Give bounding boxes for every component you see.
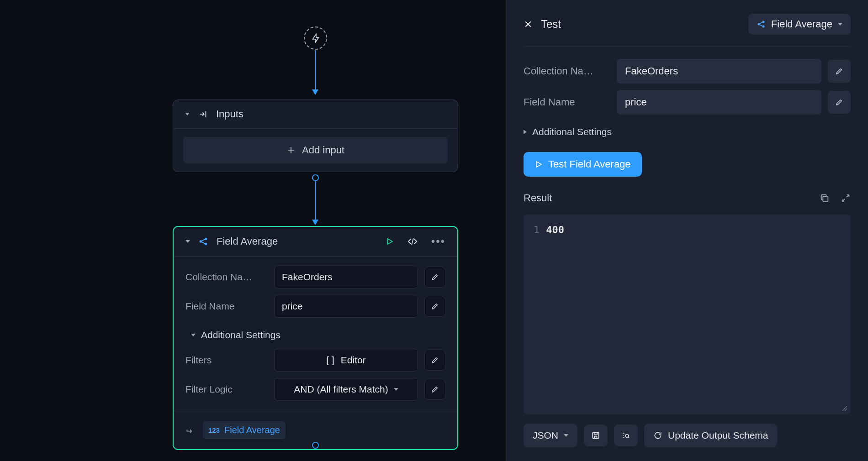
node-title: Inputs: [216, 108, 243, 120]
panel-title: Test: [541, 18, 561, 31]
connector: [315, 180, 316, 221]
play-icon: [535, 160, 543, 168]
code-button[interactable]: [408, 236, 418, 246]
field-name-label: Field Name: [185, 301, 268, 312]
test-button[interactable]: Test Field Average: [524, 152, 642, 177]
test-panel: Test Field Average Collection Na… FakeOr…: [506, 0, 868, 461]
svg-point-3: [757, 23, 760, 26]
pencil-icon: [431, 302, 439, 310]
search-code-button[interactable]: [614, 424, 638, 446]
plus-icon: [286, 146, 296, 155]
chevron-down-icon[interactable]: [185, 113, 190, 115]
share-nodes-icon: [757, 20, 766, 29]
edit-button[interactable]: [424, 350, 445, 371]
return-icon: [185, 426, 195, 435]
node-selector[interactable]: Field Average: [748, 14, 851, 35]
play-icon: [386, 237, 394, 246]
svg-point-8: [625, 435, 629, 438]
expand-button[interactable]: [841, 193, 851, 203]
expand-icon: [841, 193, 851, 203]
add-input-button[interactable]: Add input: [183, 137, 448, 163]
output-port[interactable]: [312, 442, 319, 449]
collection-name-input[interactable]: FakeOrders: [617, 59, 821, 84]
svg-point-5: [762, 26, 764, 28]
field-average-node[interactable]: Field Average ••• Collection Na… FakeOrd…: [173, 226, 458, 450]
field-name-input[interactable]: price: [617, 90, 821, 115]
collection-name-label: Collection Na…: [524, 65, 610, 77]
close-icon: [524, 20, 533, 29]
result-value: 400: [546, 224, 564, 236]
field-name-input[interactable]: price: [274, 295, 418, 318]
svg-rect-7: [593, 432, 598, 438]
chevron-down-icon: [191, 334, 196, 336]
collection-name-label: Collection Na…: [185, 272, 268, 283]
inputs-node[interactable]: Inputs Add input: [173, 100, 458, 172]
lightning-icon: [311, 33, 321, 43]
resize-handle-icon[interactable]: [842, 405, 848, 412]
chevron-down-icon[interactable]: [185, 240, 190, 243]
share-nodes-icon: [198, 236, 208, 246]
output-chip[interactable]: 123 Field Average: [203, 421, 286, 439]
number-type-icon: 123: [208, 426, 220, 434]
arrow-down-icon: [312, 220, 318, 225]
result-output[interactable]: 1 400: [524, 214, 851, 414]
pencil-icon: [835, 67, 843, 75]
filter-logic-label: Filter Logic: [185, 384, 268, 395]
pencil-icon: [431, 273, 439, 281]
node-title: Field Average: [217, 236, 278, 247]
chevron-down-icon: [838, 23, 842, 26]
input-icon: [198, 109, 208, 119]
svg-point-0: [200, 240, 202, 243]
code-icon: [408, 236, 418, 246]
additional-settings-toggle[interactable]: Additional Settings: [185, 324, 445, 349]
copy-icon: [820, 193, 830, 203]
svg-rect-6: [823, 196, 828, 201]
more-button[interactable]: •••: [431, 235, 445, 248]
svg-point-1: [205, 238, 207, 241]
close-button[interactable]: [524, 20, 533, 29]
edit-button[interactable]: [828, 60, 851, 83]
edit-button[interactable]: [828, 91, 851, 114]
chevron-down-icon: [394, 388, 398, 391]
copy-button[interactable]: [820, 193, 830, 203]
filters-editor-button[interactable]: [ ] Editor: [274, 349, 418, 372]
edit-button[interactable]: [424, 267, 445, 288]
run-button[interactable]: [386, 237, 394, 246]
edit-button[interactable]: [424, 379, 445, 400]
svg-point-4: [762, 21, 764, 23]
pencil-icon: [431, 356, 439, 364]
edit-button[interactable]: [424, 296, 445, 317]
update-schema-button[interactable]: Update Output Schema: [644, 424, 777, 447]
pencil-icon: [835, 98, 843, 106]
result-label: Result: [524, 192, 552, 204]
field-name-label: Field Name: [524, 96, 610, 108]
trigger-node[interactable]: [304, 26, 327, 50]
save-button[interactable]: [584, 424, 608, 446]
chevron-right-icon: [524, 130, 527, 134]
workflow-canvas[interactable]: Inputs Add input Field Average: [0, 0, 506, 461]
additional-settings-toggle[interactable]: Additional Settings: [524, 121, 851, 146]
arrow-down-icon: [312, 89, 318, 95]
filter-logic-select[interactable]: AND (All filters Match): [274, 378, 418, 401]
filters-label: Filters: [185, 355, 268, 366]
inspect-icon: [621, 431, 630, 440]
node-header[interactable]: Field Average •••: [174, 227, 457, 257]
connector: [315, 50, 316, 91]
save-icon: [591, 431, 600, 440]
format-select[interactable]: JSON: [524, 424, 577, 447]
node-header[interactable]: Inputs: [173, 100, 458, 129]
svg-point-2: [205, 243, 207, 246]
collection-name-input[interactable]: FakeOrders: [274, 266, 418, 288]
chevron-down-icon: [564, 434, 568, 437]
line-number: 1: [534, 224, 540, 236]
pencil-icon: [431, 385, 439, 393]
refresh-icon: [653, 431, 662, 440]
